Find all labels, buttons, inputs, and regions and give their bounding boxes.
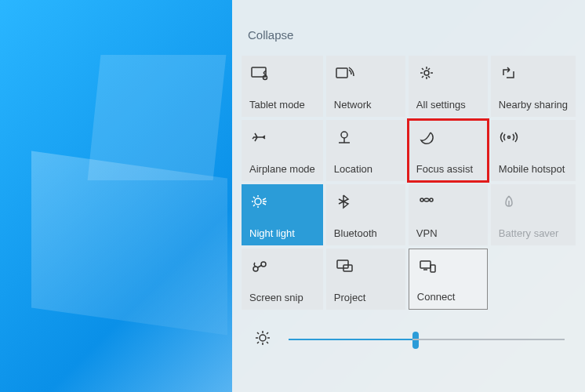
- collapse-button[interactable]: Collapse: [238, 22, 303, 56]
- tile-label: Connect: [417, 291, 479, 303]
- tile-label: All settings: [416, 99, 480, 111]
- settings-icon: [416, 62, 480, 84]
- tile-night-light[interactable]: Night light: [242, 184, 323, 245]
- project-icon: [334, 255, 398, 277]
- bluetooth-icon: [334, 191, 398, 212]
- svg-point-4: [341, 132, 347, 138]
- brightness-slider[interactable]: [289, 339, 565, 340]
- tile-label: Location: [334, 163, 398, 175]
- tile-nearby-sharing[interactable]: Nearby sharing: [491, 56, 576, 117]
- tile-label: Focus assist: [416, 163, 480, 175]
- svg-point-8: [255, 198, 261, 205]
- svg-point-1: [263, 76, 267, 80]
- brightness-slider-thumb[interactable]: [412, 332, 419, 349]
- brightness-icon: [253, 328, 274, 350]
- tile-mobile-hotspot[interactable]: Mobile hotspot: [491, 120, 576, 181]
- svg-point-10: [430, 198, 433, 201]
- nearby-sharing-icon: [499, 62, 568, 84]
- battery-saver-icon: [499, 191, 568, 212]
- tile-connect[interactable]: Connect: [409, 249, 488, 310]
- tile-label: Network: [334, 99, 398, 111]
- tile-label: Tablet mode: [249, 99, 315, 111]
- tile-label: Battery saver: [499, 227, 568, 239]
- tile-all-settings[interactable]: All settings: [409, 56, 488, 117]
- tile-screen-snip[interactable]: Screen snip: [242, 249, 323, 310]
- quick-actions-grid: Tablet mode Network All settings Nearby …: [238, 56, 579, 310]
- action-center-panel: Collapse Tablet mode Network All setting…: [232, 0, 585, 392]
- svg-point-13: [261, 262, 266, 267]
- tile-label: Mobile hotspot: [499, 163, 568, 175]
- night-light-icon: [249, 191, 315, 212]
- network-icon: [334, 62, 398, 84]
- screen-snip-icon: [249, 255, 315, 277]
- svg-point-12: [253, 267, 258, 271]
- airplane-mode-icon: [249, 126, 315, 148]
- tile-label: Night light: [249, 227, 315, 239]
- focus-assist-icon: [416, 126, 480, 148]
- tile-project[interactable]: Project: [326, 249, 405, 310]
- tile-label: Bluetooth: [334, 227, 398, 239]
- tile-battery-saver[interactable]: Battery saver: [491, 184, 576, 245]
- tile-airplane-mode[interactable]: Airplane mode: [242, 120, 323, 181]
- tile-location[interactable]: Location: [326, 120, 405, 181]
- tile-vpn[interactable]: VPN: [409, 184, 488, 245]
- tile-label: Airplane mode: [249, 163, 315, 175]
- svg-point-7: [507, 136, 510, 139]
- svg-rect-2: [336, 68, 347, 78]
- svg-rect-14: [337, 260, 348, 268]
- svg-point-9: [420, 198, 423, 201]
- tile-label: Project: [334, 292, 398, 303]
- vpn-icon: [416, 191, 480, 212]
- svg-point-3: [424, 71, 429, 75]
- brightness-slider-row: [238, 310, 579, 358]
- tile-focus-assist[interactable]: Focus assist: [409, 120, 488, 181]
- mobile-hotspot-icon: [499, 126, 568, 148]
- tile-label: Nearby sharing: [499, 99, 568, 111]
- location-icon: [334, 126, 398, 148]
- svg-rect-16: [420, 261, 431, 268]
- tile-label: VPN: [416, 227, 480, 239]
- tile-network[interactable]: Network: [326, 56, 405, 117]
- tile-label: Screen snip: [249, 292, 315, 303]
- svg-point-19: [260, 335, 266, 341]
- connect-icon: [417, 256, 479, 278]
- tablet-mode-icon: [249, 62, 315, 84]
- tile-bluetooth[interactable]: Bluetooth: [326, 184, 405, 245]
- svg-rect-18: [431, 265, 435, 272]
- tile-tablet-mode[interactable]: Tablet mode: [242, 56, 323, 117]
